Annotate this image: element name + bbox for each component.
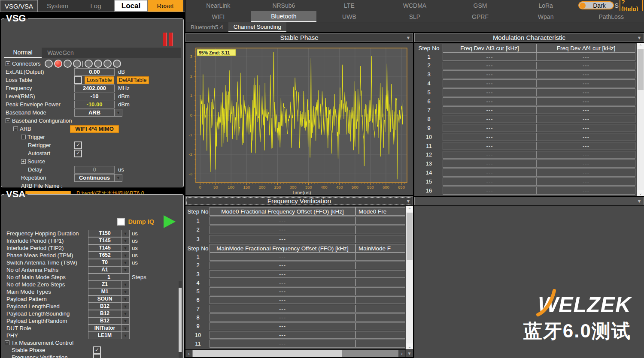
fv-cell[interactable]: --- xyxy=(210,322,355,330)
scroll-up-icon[interactable]: ⌃ xyxy=(637,43,644,49)
mc-cell[interactable]: --- xyxy=(443,133,537,141)
mc-cell[interactable]: --- xyxy=(443,124,537,132)
tree-collapse-icon[interactable] xyxy=(6,118,10,123)
mc-cell[interactable]: --- xyxy=(537,159,635,168)
connector-2-active[interactable] xyxy=(54,60,62,68)
fv-scrollbar-thumb[interactable] xyxy=(407,213,413,260)
mc-cell[interactable]: --- xyxy=(443,159,537,168)
chevron-down-icon[interactable] xyxy=(122,244,130,252)
toggle-knob-icon[interactable] xyxy=(580,3,586,9)
chevron-down-icon[interactable] xyxy=(122,288,130,295)
fv-cell[interactable] xyxy=(355,322,405,330)
chevron-down-icon[interactable] xyxy=(122,237,130,244)
loss-table-button[interactable]: LossTable xyxy=(85,76,114,84)
tech-tab-gprf[interactable]: GPRF xyxy=(447,11,513,22)
tech-tab-nearlink[interactable]: NearLink xyxy=(185,0,251,11)
fv-hscroll-track[interactable] xyxy=(192,350,398,357)
vsa-scrollbar-thumb[interactable] xyxy=(179,288,182,352)
fv-cell[interactable]: --- xyxy=(210,270,355,278)
tree-expand-icon[interactable] xyxy=(6,61,10,66)
vsa-param-dropdown[interactable]: A1 xyxy=(88,266,130,274)
tab-channel-sounding[interactable]: Channel Sounding xyxy=(228,22,286,32)
tab-wavegen[interactable]: WaveGen xyxy=(42,48,79,58)
chevron-down-icon[interactable] xyxy=(115,174,122,182)
modulation-characteristic-header[interactable]: Modulation Characteristic xyxy=(414,33,644,42)
vsa-param-dropdown[interactable]: T145 xyxy=(88,237,130,244)
mc-cell[interactable]: --- xyxy=(443,70,537,78)
mc-cell[interactable]: --- xyxy=(443,115,537,123)
autostart-checkbox[interactable]: ✓ xyxy=(74,150,82,157)
connector-6[interactable] xyxy=(94,60,102,68)
tech-tab-lora[interactable]: LoRa xyxy=(513,0,579,11)
fv-cell[interactable]: --- xyxy=(210,296,355,304)
tree-collapse-icon[interactable] xyxy=(21,135,26,139)
chevron-down-icon[interactable] xyxy=(404,34,412,41)
tab-log[interactable]: Log xyxy=(77,0,114,12)
mc-cell[interactable]: --- xyxy=(443,62,537,70)
vsa-param-dropdown[interactable]: T0 xyxy=(88,259,130,266)
vsa-param-dropdown[interactable]: INITiator xyxy=(88,325,130,332)
chevron-down-icon[interactable] xyxy=(115,109,122,117)
fv-horizontal-scrollbar[interactable]: ‹ › xyxy=(185,350,413,357)
vsa-checkbox[interactable] xyxy=(93,354,101,358)
mc-cell[interactable]: --- xyxy=(443,168,537,177)
vsa-param-dropdown[interactable]: T145 xyxy=(88,244,130,252)
scroll-up-icon[interactable]: ⌃ xyxy=(406,206,413,212)
mc-cell[interactable]: --- xyxy=(443,151,537,159)
fv-cell[interactable] xyxy=(355,262,405,269)
collapsed-panel-header[interactable] xyxy=(414,197,644,205)
play-icon[interactable] xyxy=(164,215,176,228)
fv-cell[interactable]: --- xyxy=(210,235,355,244)
mc-cell[interactable]: --- xyxy=(537,97,635,105)
mc-cell[interactable]: --- xyxy=(537,115,635,123)
fv-cell[interactable] xyxy=(355,287,405,295)
mc-cell[interactable]: --- xyxy=(443,88,537,96)
chevron-down-icon[interactable] xyxy=(122,317,130,325)
mc-cell[interactable]: --- xyxy=(537,62,635,70)
fv-cell[interactable]: --- xyxy=(210,287,355,295)
baseband-mode-dropdown[interactable]: ARB xyxy=(74,109,122,117)
mc-cell[interactable]: --- xyxy=(443,53,537,61)
connector-4[interactable] xyxy=(73,60,81,68)
fv-cell[interactable] xyxy=(355,305,405,313)
tree-collapse-icon[interactable] xyxy=(5,340,9,345)
fv-cell[interactable] xyxy=(355,253,405,260)
chevron-down-icon[interactable] xyxy=(404,197,412,205)
vsa-param-dropdown[interactable]: B12 xyxy=(88,317,130,325)
fv-cell[interactable] xyxy=(355,331,405,339)
tab-system[interactable]: System xyxy=(38,0,77,12)
fv-cell[interactable]: --- xyxy=(210,262,355,269)
vsa-param-dropdown[interactable]: LE1M xyxy=(88,332,130,339)
tech-tab-pathloss[interactable]: PathLoss xyxy=(578,11,644,22)
mc-cell[interactable]: --- xyxy=(537,151,635,159)
connector-5[interactable] xyxy=(85,60,93,68)
tab-vsg-vsa[interactable]: VSG/VSA xyxy=(0,0,38,12)
fv-cell[interactable] xyxy=(355,279,405,286)
chevron-down-icon[interactable] xyxy=(122,252,130,259)
level-rms-input[interactable]: -10 xyxy=(74,93,115,100)
fv-cell[interactable] xyxy=(355,217,405,225)
chevron-down-icon[interactable] xyxy=(122,230,130,237)
vsa-param-dropdown[interactable]: Z1 xyxy=(88,281,130,288)
vsa-param-dropdown[interactable]: T150 xyxy=(88,230,130,237)
scroll-left-icon[interactable]: ‹ xyxy=(185,350,192,357)
tech-tab-nrsub6[interactable]: NRSub6 xyxy=(251,0,317,11)
fv-cell[interactable]: --- xyxy=(210,217,355,225)
local-button[interactable]: Local xyxy=(114,0,148,12)
mc-cell[interactable]: --- xyxy=(537,106,635,114)
mc-cell[interactable]: --- xyxy=(443,106,537,114)
fv-cell[interactable]: --- xyxy=(210,253,355,260)
loss-table-checkbox[interactable] xyxy=(74,76,82,84)
mc-cell[interactable]: --- xyxy=(537,168,635,177)
vsa-param-dropdown[interactable]: M1 xyxy=(88,288,130,295)
vsa-param-dropdown[interactable]: B12 xyxy=(88,310,130,317)
fv-cell[interactable] xyxy=(355,340,405,347)
chevron-down-icon[interactable] xyxy=(122,332,130,339)
connector-8[interactable] xyxy=(113,60,121,68)
mc-cell[interactable]: --- xyxy=(537,53,635,61)
mc-cell[interactable]: --- xyxy=(537,187,635,195)
mc-cell[interactable]: --- xyxy=(537,88,635,96)
fv-cell[interactable]: --- xyxy=(210,331,355,339)
fv-scrollbar[interactable]: ⌃ ⌄ xyxy=(406,206,413,349)
delay-input[interactable]: 0 xyxy=(74,166,115,174)
